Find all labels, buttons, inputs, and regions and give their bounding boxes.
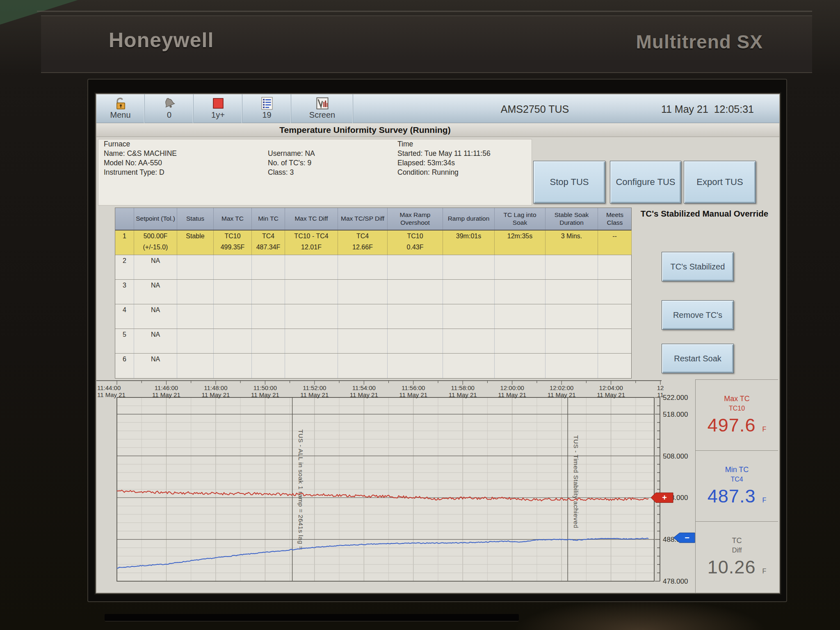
table-cell	[214, 304, 252, 329]
x-tick-time: 11:44:00	[97, 384, 121, 391]
y-tick-label: 508.000	[663, 452, 688, 460]
max-tc-label: Max TC	[724, 395, 750, 403]
screen-button[interactable]: Screen	[292, 94, 353, 123]
table-cell	[495, 304, 546, 329]
y-tick-label: 478.000	[663, 578, 688, 585]
class: Class: 3	[268, 168, 315, 177]
page-title-bar: Temperature Uniformity Survey (Running)	[96, 123, 779, 137]
x-tick-time: 11:52:00	[303, 384, 326, 391]
min-tc-label: Min TC	[725, 466, 749, 474]
table-cell	[443, 280, 495, 304]
y-tick-label: 522.000	[663, 394, 688, 402]
max-tc-unit: F	[762, 426, 766, 433]
x-tick-time: 12:00:00	[500, 384, 524, 391]
padlock-icon	[114, 96, 128, 110]
column-header: Meets Class	[598, 208, 632, 230]
x-tick-date: 11 May 21	[498, 391, 526, 398]
photo-blur-artifact	[513, 599, 767, 630]
time-info-block: Time Started: Tue May 11 11:11:56 Elapse…	[397, 139, 491, 177]
menu-label: Menu	[110, 110, 130, 120]
table-cell	[252, 354, 285, 378]
table-cell	[214, 280, 252, 304]
table-cell: 39m:01s	[443, 231, 495, 255]
table-cell	[443, 354, 495, 378]
tc-diff-label: TC	[732, 536, 742, 545]
row-number: 6	[115, 354, 134, 378]
min-tc-value: 487.3	[708, 486, 756, 507]
table-cell: TC100.43F	[388, 231, 443, 255]
remove-tcs-button[interactable]: Remove TC's	[662, 300, 734, 330]
restart-soak-button[interactable]: Restart Soak	[662, 344, 734, 373]
table-cell: TC412.66F	[338, 231, 388, 255]
alarms-button[interactable]: 0	[145, 94, 194, 123]
x-tick-time: 11:56:00	[402, 384, 425, 391]
model-logo: Multitrend SX	[636, 31, 763, 53]
bezel-edge-highlight	[37, 11, 812, 12]
row-number: 5	[115, 329, 134, 353]
table-row: 3NA	[115, 280, 631, 304]
furnace-heading: Furnace	[104, 139, 177, 149]
table-row: 2NA	[115, 255, 631, 280]
alarm-count-label: 0	[167, 110, 171, 120]
record-button[interactable]: 1y+	[194, 94, 242, 123]
override-title: TC's Stabilized Manual Override	[634, 208, 775, 219]
menu-button[interactable]: Menu	[96, 94, 145, 123]
x-tick-time: 11:58:00	[451, 384, 475, 391]
table-row: 1500.00F(+/-15.0)StableTC10499.35FTC4487…	[115, 231, 631, 255]
min-tc-readout: Min TC TC4 487.3 F	[696, 451, 778, 522]
column-header: Max TC	[214, 208, 252, 230]
x-tick-date: 11 May 21	[548, 391, 576, 398]
stop-tus-button[interactable]: Stop TUS	[533, 161, 605, 203]
username: Username: NA	[268, 149, 315, 158]
time-elapsed: Elapsed: 53m:34s	[397, 158, 491, 168]
table-cell	[338, 304, 388, 329]
table-cell	[495, 255, 546, 279]
table-cell	[546, 304, 598, 329]
record-label: 1y+	[211, 110, 225, 120]
max-tc-value: 497.6	[708, 415, 756, 436]
x-tick-time: 12:04:00	[599, 384, 623, 391]
table-cell	[177, 354, 214, 378]
export-tus-button[interactable]: Export TUS	[684, 161, 756, 203]
configure-tus-button[interactable]: Configure TUS	[610, 161, 681, 203]
table-cell	[546, 354, 598, 378]
tc-count: No. of TC's: 9	[268, 158, 315, 168]
tc-diff-unit: F	[762, 568, 766, 575]
tcs-stabilized-button[interactable]: TC's Stabilized	[662, 252, 734, 281]
table-cell	[598, 329, 632, 353]
furnace-name: Name: C&S MACHINE	[104, 149, 177, 158]
tus-table-body: 1500.00F(+/-15.0)StableTC10499.35FTC4487…	[115, 231, 631, 378]
table-cell	[285, 255, 338, 279]
x-tick-time: 11:54:00	[352, 384, 376, 391]
table-row: 5NA	[115, 329, 631, 354]
table-cell	[546, 280, 598, 304]
max-tc-readout: Max TC TC10 497.6 F	[696, 380, 778, 451]
furnace-instrument-type: Instrument Type: D	[104, 168, 177, 177]
x-tick-time: 11:50:00	[253, 384, 277, 391]
trend-chart: 11:44:0011 May 2111:46:0011 May 2111:48:…	[96, 379, 695, 593]
tc-diff-sub: Diff	[732, 547, 742, 554]
table-cell	[252, 329, 285, 353]
table-cell: NA	[134, 304, 177, 329]
table-cell	[338, 280, 388, 304]
table-cell	[285, 304, 338, 329]
touch-screen: Menu 0 1y+	[96, 94, 779, 593]
table-cell	[546, 329, 598, 353]
row-number: 3	[115, 280, 134, 304]
column-header: Stable Soak Duration	[546, 208, 598, 230]
table-cell	[443, 329, 495, 353]
table-cell	[252, 255, 285, 279]
bezel-logo-band: Honeywell Multitrend SX	[41, 16, 812, 73]
table-cell	[495, 329, 546, 353]
table-cell: TC4487.34F	[252, 231, 285, 255]
table-cell	[214, 354, 252, 378]
table-cell: TC10 - TC412.01F	[285, 231, 338, 255]
furnace-info-block: Furnace Name: C&S MACHINE Model No: AA-5…	[104, 139, 177, 177]
plus-marker-icon: +	[662, 493, 667, 502]
max-tc-channel: TC10	[729, 405, 745, 412]
table-cell: 3 Mins.	[546, 231, 598, 255]
info-section: Furnace Name: C&S MACHINE Model No: AA-5…	[96, 137, 779, 208]
column-header: Max Ramp Overshoot	[388, 208, 443, 230]
tc-diff-value: 10.26	[708, 557, 756, 578]
messages-button[interactable]: 19	[243, 94, 291, 123]
